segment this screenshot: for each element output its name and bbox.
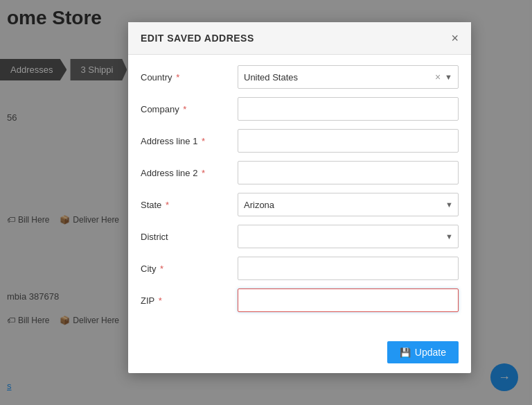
zip-required: *: [156, 295, 162, 306]
address-line1-input[interactable]: [238, 129, 459, 153]
address-line1-required: *: [199, 136, 205, 146]
country-row: Country * United States × ▼: [141, 65, 459, 89]
country-value: United States: [244, 72, 435, 83]
district-row: District ▼: [141, 225, 459, 248]
country-dropdown-arrow-icon: ▼: [445, 73, 452, 81]
company-input[interactable]: [238, 97, 459, 121]
modal-header: EDIT SAVED ADDRESS ×: [128, 22, 471, 55]
district-select-wrapper: ▼: [238, 225, 459, 248]
state-label: State *: [141, 200, 238, 210]
company-label: Company *: [141, 104, 238, 114]
modal-title: EDIT SAVED ADDRESS: [141, 33, 254, 44]
zip-input[interactable]: [238, 288, 459, 312]
modal-footer: 💾 Update: [128, 334, 471, 373]
city-required: *: [157, 264, 163, 274]
state-required: *: [163, 200, 169, 210]
address-line1-label: Address line 1 *: [141, 136, 238, 146]
update-button[interactable]: 💾 Update: [387, 341, 459, 363]
zip-label: ZIP *: [141, 295, 238, 306]
modal-body: Country * United States × ▼ Company * Ad…: [128, 55, 471, 334]
district-select[interactable]: [238, 225, 459, 248]
district-label: District: [141, 232, 238, 242]
save-icon: 💾: [400, 347, 411, 358]
country-select-wrapper[interactable]: United States × ▼: [238, 65, 459, 89]
address-line2-input[interactable]: [238, 161, 459, 184]
modal-close-button[interactable]: ×: [451, 32, 459, 44]
country-label: Country *: [141, 72, 238, 83]
country-required: *: [174, 72, 180, 83]
company-required: *: [181, 104, 187, 114]
state-row: State * Arizona Alabama Alaska Arkansas …: [141, 193, 459, 216]
address-line1-row: Address line 1 *: [141, 129, 459, 153]
address-line2-label: Address line 2 *: [141, 168, 238, 178]
address-line2-required: *: [199, 168, 205, 178]
city-label: City *: [141, 264, 238, 274]
company-row: Company *: [141, 97, 459, 121]
address-line2-row: Address line 2 *: [141, 161, 459, 184]
edit-address-modal: EDIT SAVED ADDRESS × Country * United St…: [128, 22, 471, 373]
state-select-wrapper: Arizona Alabama Alaska Arkansas Californ…: [238, 193, 459, 216]
city-input[interactable]: [238, 257, 459, 280]
state-select[interactable]: Arizona Alabama Alaska Arkansas Californ…: [238, 193, 459, 216]
zip-row: ZIP *: [141, 288, 459, 312]
city-row: City *: [141, 257, 459, 280]
country-clear-icon[interactable]: ×: [435, 71, 441, 83]
